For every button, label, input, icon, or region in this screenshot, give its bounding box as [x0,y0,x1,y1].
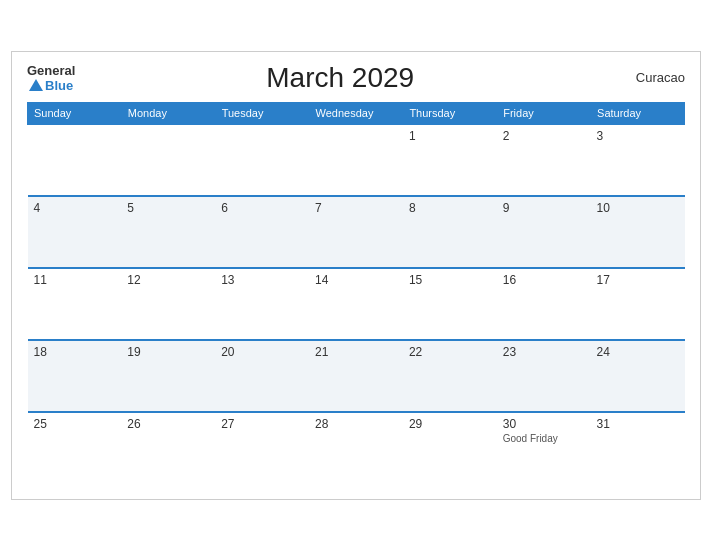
logo-blue-area: Blue [27,78,73,93]
day-number: 22 [409,345,491,359]
logo-blue-text: Blue [45,78,73,93]
calendar-cell: 28 [309,412,403,484]
day-number: 8 [409,201,491,215]
calendar-grid: SundayMondayTuesdayWednesdayThursdayFrid… [27,102,685,484]
calendar-cell: 8 [403,196,497,268]
day-number: 12 [127,273,209,287]
weekday-header-row: SundayMondayTuesdayWednesdayThursdayFrid… [28,102,685,124]
day-number: 13 [221,273,303,287]
day-number: 5 [127,201,209,215]
day-number: 17 [597,273,679,287]
calendar-container: General Blue March 2029 Curacao SundayMo… [11,51,701,500]
day-number: 31 [597,417,679,431]
weekday-header-sunday: Sunday [28,102,122,124]
day-number: 19 [127,345,209,359]
logo-area: General Blue [27,63,75,93]
calendar-cell: 23 [497,340,591,412]
week-row-1: 45678910 [28,196,685,268]
calendar-cell: 13 [215,268,309,340]
calendar-cell: 15 [403,268,497,340]
week-row-4: 252627282930Good Friday31 [28,412,685,484]
calendar-cell: 9 [497,196,591,268]
calendar-cell: 6 [215,196,309,268]
calendar-cell: 12 [121,268,215,340]
calendar-cell [309,124,403,196]
day-number: 9 [503,201,585,215]
day-number: 4 [34,201,116,215]
calendar-cell: 30Good Friday [497,412,591,484]
calendar-cell: 17 [591,268,685,340]
calendar-cell: 14 [309,268,403,340]
calendar-cell: 11 [28,268,122,340]
day-number: 29 [409,417,491,431]
calendar-cell: 18 [28,340,122,412]
calendar-cell: 26 [121,412,215,484]
calendar-cell [28,124,122,196]
calendar-cell: 25 [28,412,122,484]
calendar-region: Curacao [605,70,685,85]
day-number: 20 [221,345,303,359]
week-row-3: 18192021222324 [28,340,685,412]
day-number: 1 [409,129,491,143]
day-number: 26 [127,417,209,431]
calendar-cell: 5 [121,196,215,268]
week-row-2: 11121314151617 [28,268,685,340]
day-number: 28 [315,417,397,431]
weekday-header-tuesday: Tuesday [215,102,309,124]
calendar-cell: 7 [309,196,403,268]
calendar-cell: 20 [215,340,309,412]
day-number: 16 [503,273,585,287]
day-number: 18 [34,345,116,359]
day-number: 2 [503,129,585,143]
calendar-cell: 29 [403,412,497,484]
day-number: 15 [409,273,491,287]
day-number: 7 [315,201,397,215]
day-number: 30 [503,417,585,431]
logo-triangle-icon [29,79,43,91]
calendar-cell: 27 [215,412,309,484]
weekday-header-wednesday: Wednesday [309,102,403,124]
holiday-label: Good Friday [503,433,585,444]
day-number: 11 [34,273,116,287]
weekday-header-friday: Friday [497,102,591,124]
calendar-cell: 31 [591,412,685,484]
day-number: 14 [315,273,397,287]
weekday-header-thursday: Thursday [403,102,497,124]
day-number: 23 [503,345,585,359]
day-number: 21 [315,345,397,359]
calendar-title: March 2029 [75,62,605,94]
calendar-cell: 21 [309,340,403,412]
day-number: 10 [597,201,679,215]
weekday-header-saturday: Saturday [591,102,685,124]
calendar-cell: 1 [403,124,497,196]
day-number: 6 [221,201,303,215]
calendar-cell [121,124,215,196]
day-number: 3 [597,129,679,143]
day-number: 25 [34,417,116,431]
weekday-header-monday: Monday [121,102,215,124]
calendar-cell: 10 [591,196,685,268]
calendar-header: General Blue March 2029 Curacao [27,62,685,94]
calendar-cell: 24 [591,340,685,412]
calendar-cell: 22 [403,340,497,412]
logo-general-text: General [27,63,75,78]
calendar-cell: 16 [497,268,591,340]
calendar-cell [215,124,309,196]
calendar-cell: 2 [497,124,591,196]
day-number: 27 [221,417,303,431]
calendar-cell: 4 [28,196,122,268]
calendar-cell: 19 [121,340,215,412]
calendar-cell: 3 [591,124,685,196]
day-number: 24 [597,345,679,359]
week-row-0: 123 [28,124,685,196]
